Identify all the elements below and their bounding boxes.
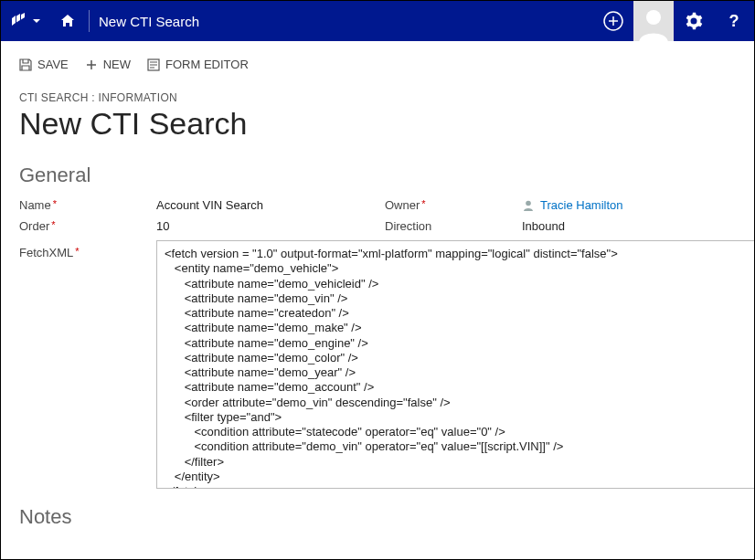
form-editor-icon [147,58,160,71]
top-nav-right: ? [593,1,754,41]
fetchxml-label-text: FetchXML [19,246,73,259]
order-label: Order* [19,219,147,233]
person-icon [522,199,535,212]
page-title: New CTI Search [19,106,736,142]
required-indicator: * [421,198,425,209]
top-nav-left: New CTI Search [1,1,593,41]
home-icon [59,13,76,29]
owner-label: Owner* [385,198,513,212]
required-indicator: * [53,198,57,209]
order-field[interactable]: 10 [156,219,376,233]
direction-field[interactable]: Inbound [522,219,755,233]
content-area: CTI SEARCH : INFORMATION New CTI Search … [1,79,754,529]
required-indicator: * [75,246,79,257]
owner-field[interactable]: Tracie Hamilton [522,198,755,212]
save-icon [19,58,32,71]
gear-icon [685,12,703,30]
owner-link[interactable]: Tracie Hamilton [540,198,623,212]
order-label-text: Order [19,219,49,233]
save-button[interactable]: SAVE [19,58,69,71]
name-field[interactable]: Account VIN Search [156,198,376,212]
plus-icon [85,58,98,71]
logo-icon [10,13,27,29]
plus-circle-icon [602,10,624,32]
section-general-title: General [19,164,736,187]
form-grid: Name* Account VIN Search Owner* Tracie H… [19,198,736,489]
help-icon: ? [729,12,739,31]
name-label: Name* [19,198,147,212]
help-button[interactable]: ? [714,1,754,41]
form-editor-button[interactable]: FORM EDITOR [147,58,249,71]
svg-point-3 [526,200,531,206]
direction-label-text: Direction [385,219,431,233]
required-indicator: * [51,219,55,230]
chevron-down-icon [32,16,41,26]
person-icon [635,5,672,41]
fetchxml-field[interactable]: <fetch version = "1.0" output-format="xm… [156,240,755,489]
new-label: NEW [103,58,131,71]
page-header-title: New CTI Search [93,14,199,29]
app-switcher-button[interactable] [1,1,50,41]
direction-label: Direction [385,219,513,233]
new-button[interactable]: NEW [85,58,131,71]
fetchxml-label: FetchXML* [19,240,147,259]
top-nav-divider [89,10,90,32]
command-bar: SAVE NEW FORM EDITOR [1,41,754,79]
top-nav-bar: New CTI Search ? [1,1,754,41]
home-button[interactable] [50,1,85,41]
breadcrumb: CTI SEARCH : INFORMATION [19,91,736,104]
svg-point-1 [646,10,661,25]
section-notes-title: Notes [19,505,736,529]
save-label: SAVE [37,58,69,71]
add-button[interactable] [593,1,633,41]
user-avatar[interactable] [633,1,674,41]
form-editor-label: FORM EDITOR [165,58,249,71]
owner-label-text: Owner [385,198,420,212]
name-label-text: Name [19,198,51,212]
settings-button[interactable] [674,1,714,41]
